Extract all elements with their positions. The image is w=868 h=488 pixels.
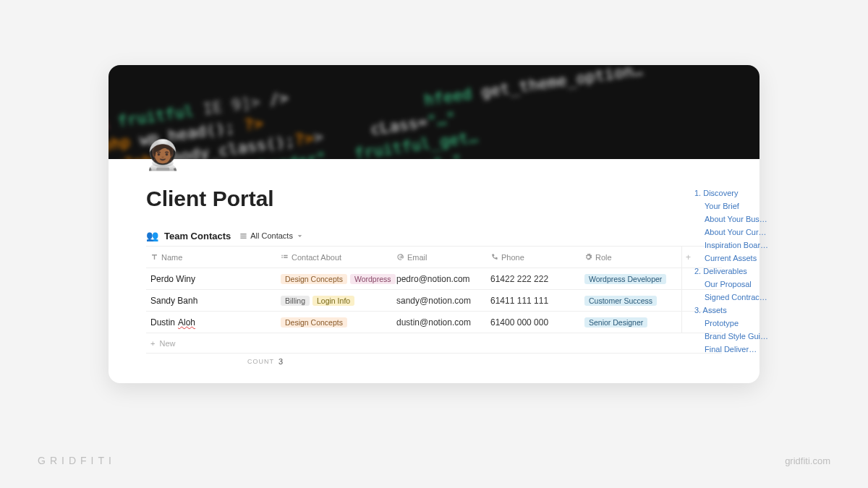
toc-subitem[interactable]: Signed Contrac… — [694, 291, 788, 304]
page-content: Client Portal 👥 Team Contacts All Contac… — [109, 159, 760, 377]
tag: Login Info — [312, 296, 354, 306]
table-row[interactable]: Sandy BanhBillingLogin Infosandy@notion.… — [146, 290, 722, 312]
phone-icon — [490, 253, 498, 261]
toc-subitem[interactable]: Brand Style Gui… — [694, 330, 788, 343]
row-trailing-space — [681, 290, 694, 311]
toc-subitem[interactable]: About Your Bus… — [694, 213, 788, 226]
toc-heading[interactable]: 1. Discovery — [694, 187, 788, 200]
tag: Customer Success — [584, 296, 657, 306]
cell-role[interactable]: Wordpress Developer — [580, 274, 681, 284]
toc-subitem[interactable]: About Your Cur… — [694, 226, 788, 239]
brand-left: GRIDFITI — [38, 455, 116, 466]
col-contact-about[interactable]: Contact About — [276, 253, 392, 262]
chevron-down-icon — [296, 232, 304, 240]
toc-heading[interactable]: 2. Deliverables — [694, 265, 788, 278]
cell-role[interactable]: Customer Success — [580, 296, 681, 306]
table-row[interactable]: Dustin AlohDesign Conceptsdustin@notion.… — [146, 312, 722, 333]
cell-role[interactable]: Senior Designer — [580, 317, 681, 328]
row-trailing-space — [681, 268, 694, 289]
cell-email[interactable]: dustin@notion.com — [392, 317, 486, 328]
cell-contact-about[interactable]: Design ConceptsWordpress — [276, 274, 392, 284]
table-of-contents: 1. DiscoveryYour BriefAbout Your Bus…Abo… — [694, 187, 788, 356]
app-card: <link fruitful IE 9]> /> <?php wp_head()… — [109, 65, 760, 383]
tag: Wordpress Developer — [584, 274, 666, 284]
toc-subitem[interactable]: Inspiration Boar… — [694, 239, 788, 252]
people-icon: 👥 — [146, 230, 158, 241]
tag: Senior Designer — [584, 317, 647, 328]
tag: Design Concepts — [281, 274, 347, 284]
text-icon — [150, 253, 158, 261]
cell-name[interactable]: Sandy Banh — [146, 296, 276, 306]
table-header-row: Name Contact About Email Phone Role — [146, 247, 722, 268]
cell-contact-about[interactable]: Design Concepts — [276, 317, 392, 328]
new-row-button[interactable]: + New — [146, 333, 722, 354]
toc-heading[interactable]: 3. Assets — [694, 304, 788, 317]
add-column-button[interactable]: + — [681, 247, 694, 267]
toc-subitem[interactable]: Our Proposal — [694, 278, 788, 291]
cell-name[interactable]: Dustin Aloh — [146, 317, 276, 328]
tag: Design Concepts — [281, 317, 347, 328]
cell-phone[interactable]: 61411 111 111 — [486, 296, 580, 306]
toc-subitem[interactable]: Current Assets — [694, 252, 788, 265]
tag: Wordpress — [350, 274, 396, 284]
database-title[interactable]: Team Contacts — [164, 231, 231, 241]
table-row[interactable]: Perdo WinyDesign ConceptsWordpresspedro@… — [146, 268, 722, 290]
cell-phone[interactable]: 61400 000 000 — [486, 317, 580, 328]
cell-phone[interactable]: 61422 222 222 — [486, 274, 580, 284]
plus-icon: + — [150, 339, 155, 348]
cell-email[interactable]: sandy@notion.com — [392, 296, 486, 306]
col-phone[interactable]: Phone — [486, 253, 580, 262]
row-trailing-space — [681, 312, 694, 333]
view-selector[interactable]: All Contacts — [237, 230, 307, 241]
count-summary: COUNT 3 — [146, 354, 722, 369]
cell-contact-about[interactable]: BillingLogin Info — [276, 296, 392, 306]
cover-code-art: <link fruitful IE 9]> /> <?php wp_head()… — [109, 65, 760, 159]
col-role[interactable]: Role — [580, 253, 681, 262]
at-icon — [396, 253, 404, 261]
cell-name[interactable]: Perdo Winy — [146, 274, 276, 284]
col-email[interactable]: Email — [392, 253, 486, 262]
toc-subitem[interactable]: Prototype — [694, 317, 788, 330]
view-label: All Contacts — [250, 231, 293, 240]
toc-subitem[interactable]: Your Brief — [694, 200, 788, 213]
brand-right: gridfiti.com — [785, 455, 830, 466]
toc-subitem[interactable]: Final Deliver… — [694, 343, 788, 356]
database-header: 👥 Team Contacts All Contacts — [146, 230, 722, 241]
list-icon — [281, 253, 289, 261]
gear-icon — [584, 253, 592, 261]
cell-email[interactable]: pedro@notion.com — [392, 274, 486, 284]
cover-image: <link fruitful IE 9]> /> <?php wp_head()… — [109, 65, 760, 159]
table-icon — [239, 232, 247, 240]
page-title: Client Portal — [146, 187, 722, 211]
col-name[interactable]: Name — [146, 253, 276, 262]
tag: Billing — [281, 296, 310, 306]
contacts-table: Name Contact About Email Phone Role — [146, 246, 722, 354]
